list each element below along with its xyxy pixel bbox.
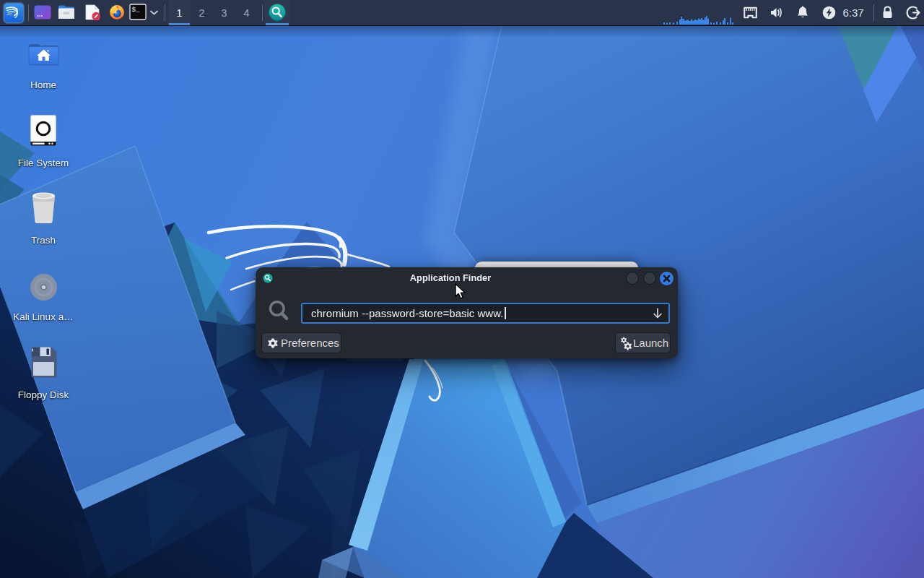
svg-text:$_: $_ <box>132 7 140 14</box>
